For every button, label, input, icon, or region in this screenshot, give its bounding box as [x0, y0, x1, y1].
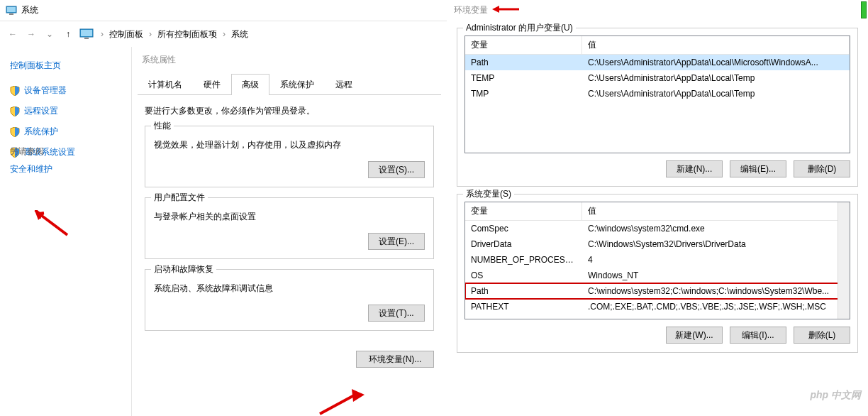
system-variables-fieldset: 系统变量(S) 变量 值 ComSpecC:\windows\system32\… [457, 194, 858, 353]
sys-new-button[interactable]: 新建(W)... [666, 327, 723, 344]
breadcrumb-item[interactable]: 所有控制面板项 [157, 28, 217, 40]
cell-var: TMP [465, 86, 582, 102]
tab-system-protection[interactable]: 系统保护 [269, 74, 325, 95]
svg-rect-4 [81, 30, 92, 36]
table-row[interactable]: PROCESSOR_ARCHITECT...AMD64 [465, 314, 850, 319]
userprofile-settings-button[interactable]: 设置(E)... [368, 233, 425, 250]
system-variables-table[interactable]: 变量 值 ComSpecC:\windows\system32\cmd.exeD… [464, 202, 850, 319]
cell-var: PATHEXT [465, 299, 582, 314]
forward-arrow-icon: → [24, 27, 38, 41]
cell-val: .COM;.EXE;.BAT;.CMD;.VBS;.VBE;.JS;.JSE;.… [582, 299, 850, 314]
up-arrow-icon[interactable]: ↑ [61, 27, 75, 41]
environment-variables-dialog: 环境变量 Administrator 的用户变量(U) 变量 值 PathC:\… [447, 0, 868, 416]
cell-var: OS [465, 268, 582, 283]
tab-computer-name[interactable]: 计算机名 [138, 74, 193, 95]
security-maintenance-link[interactable]: 安全和维护 [10, 163, 52, 175]
user-new-button[interactable]: 新建(N)... [666, 160, 723, 177]
user-variables-fieldset: Administrator 的用户变量(U) 变量 值 PathC:\Users… [457, 28, 858, 187]
sidebar-item-device-manager[interactable]: 设备管理器 [10, 84, 121, 97]
see-also-label: 另请参阅 [10, 146, 52, 158]
annotation-arrow-icon [316, 389, 366, 416]
sidebar-title[interactable]: 控制面板主页 [10, 60, 121, 72]
cell-val: C:\windows\system32\cmd.exe [582, 221, 850, 236]
tab-remote[interactable]: 远程 [325, 74, 363, 95]
performance-group: 性能 视觉效果，处理器计划，内存使用，以及虚拟内存 设置(S)... [145, 126, 434, 187]
cell-var: PROCESSOR_ARCHITECT... [465, 314, 582, 319]
table-row[interactable]: TMPC:\Users\Administrator\AppData\Local\… [465, 86, 850, 102]
svg-marker-6 [34, 210, 44, 220]
table-header: 变量 值 [465, 36, 850, 55]
breadcrumb-item[interactable]: 控制面板 [109, 28, 143, 40]
sidebar-item-system-protection[interactable]: 系统保护 [10, 126, 121, 138]
fieldset-legend: 系统变量(S) [463, 188, 514, 200]
startup-group: 启动和故障恢复 系统启动、系统故障和调试信息 设置(T)... [145, 269, 434, 331]
dialog-title: 系统属性 [132, 47, 447, 73]
svg-marker-7 [352, 389, 365, 402]
tab-content: 要进行大多数更改，你必须作为管理员登录。 性能 视觉效果，处理器计划，内存使用，… [132, 95, 447, 351]
admin-note: 要进行大多数更改，你必须作为管理员登录。 [145, 105, 434, 117]
cell-val: C:\windows\system32;C:\windows;C:\window… [582, 283, 850, 299]
location-icon[interactable] [79, 28, 95, 40]
fieldset-legend: Administrator 的用户变量(U) [463, 22, 576, 34]
recent-dropdown-icon[interactable]: ⌄ [43, 27, 57, 41]
column-variable[interactable]: 变量 [465, 36, 582, 54]
table-header: 变量 值 [465, 202, 850, 221]
cell-var: Path [465, 55, 582, 70]
column-variable[interactable]: 变量 [465, 202, 582, 220]
tabs: 计算机名 硬件 高级 系统保护 远程 [138, 73, 441, 95]
breadcrumb-item[interactable]: 系统 [231, 28, 248, 40]
group-desc: 系统启动、系统故障和调试信息 [154, 283, 425, 295]
column-value[interactable]: 值 [582, 36, 850, 54]
group-legend: 用户配置文件 [151, 192, 208, 204]
sidebar: 控制面板主页 设备管理器 远程设置 系统保护 高级系统设置 另请参阅 安全和维护 [0, 47, 131, 180]
userprofile-group: 用户配置文件 与登录帐户相关的桌面设置 设置(E)... [145, 197, 434, 259]
performance-settings-button[interactable]: 设置(S)... [368, 161, 425, 178]
startup-settings-button[interactable]: 设置(T)... [368, 305, 425, 322]
group-legend: 启动和故障恢复 [151, 263, 216, 275]
chevron-right-icon[interactable]: › [223, 29, 226, 39]
annotation-arrow-icon [492, 4, 521, 16]
cell-var: DriverData [465, 236, 582, 252]
user-delete-button[interactable]: 删除(D) [794, 160, 850, 177]
table-row[interactable]: PathC:\Users\Administrator\AppData\Local… [465, 55, 850, 70]
tab-hardware[interactable]: 硬件 [193, 74, 231, 95]
shield-icon [10, 127, 20, 137]
table-row[interactable]: PATHEXT.COM;.EXE;.BAT;.CMD;.VBS;.VBE;.JS… [465, 299, 850, 314]
column-value[interactable]: 值 [582, 202, 850, 220]
cell-var: TEMP [465, 70, 582, 86]
cell-val: C:\Users\Administrator\AppData\Local\Mic… [582, 55, 850, 70]
sidebar-item-remote-settings[interactable]: 远程设置 [10, 105, 121, 117]
table-row[interactable]: DriverDataC:\Windows\System32\Drivers\Dr… [465, 236, 850, 252]
table-row[interactable]: PathC:\windows\system32;C:\windows;C:\wi… [465, 283, 850, 299]
svg-rect-5 [84, 38, 89, 39]
chevron-right-icon[interactable]: › [101, 29, 104, 39]
cell-var: NUMBER_OF_PROCESSORS [465, 252, 582, 268]
environment-variables-button[interactable]: 环境变量(N)... [356, 351, 434, 368]
cell-val: Windows_NT [582, 268, 850, 283]
cell-val: 4 [582, 252, 850, 268]
cell-val: AMD64 [582, 314, 850, 319]
table-row[interactable]: TEMPC:\Users\Administrator\AppData\Local… [465, 70, 850, 86]
shield-icon [10, 86, 20, 96]
table-row[interactable]: ComSpecC:\windows\system32\cmd.exe [465, 221, 850, 236]
sidebar-bottom: 另请参阅 安全和维护 [10, 140, 52, 175]
svg-rect-1 [7, 7, 16, 12]
chevron-right-icon[interactable]: › [149, 29, 152, 39]
scrollbar[interactable] [838, 202, 850, 319]
group-desc: 视觉效果，处理器计划，内存使用，以及虚拟内存 [154, 139, 425, 151]
cell-var: ComSpec [465, 221, 582, 236]
sys-delete-button[interactable]: 删除(L) [794, 327, 850, 344]
sys-edit-button[interactable]: 编辑(I)... [730, 327, 786, 344]
window-edge-indicator [861, 1, 867, 18]
sidebar-item-label: 设备管理器 [24, 84, 67, 97]
table-row[interactable]: NUMBER_OF_PROCESSORS4 [465, 252, 850, 268]
svg-rect-2 [9, 13, 13, 15]
cell-val: C:\Users\Administrator\AppData\Local\Tem… [582, 86, 850, 102]
shield-icon [10, 106, 20, 116]
tab-advanced[interactable]: 高级 [231, 74, 269, 95]
group-desc: 与登录帐户相关的桌面设置 [154, 211, 425, 223]
user-edit-button[interactable]: 编辑(E)... [730, 160, 786, 177]
user-variables-table[interactable]: 变量 值 PathC:\Users\Administrator\AppData\… [464, 35, 850, 153]
back-arrow-icon[interactable]: ← [6, 27, 20, 41]
table-row[interactable]: OSWindows_NT [465, 268, 850, 283]
